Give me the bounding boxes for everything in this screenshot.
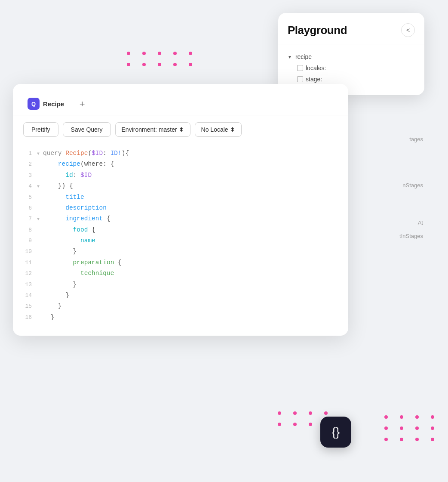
environment-select[interactable]: Environment: master ⬍ <box>115 122 190 137</box>
code-line-7: 7 ▼ ingredient { <box>13 213 348 224</box>
playground-header: Playground < <box>278 23 424 44</box>
prettify-button[interactable]: Prettify <box>23 122 58 137</box>
right-label-4: tInStages <box>399 230 423 242</box>
tree-child-stage: stage: <box>288 74 415 85</box>
code-line-13: 13 } <box>13 279 348 290</box>
tab-icon: Q <box>28 98 40 110</box>
save-query-button[interactable]: Save Query <box>63 122 111 137</box>
code-line-12: 12 technique <box>13 268 348 279</box>
code-line-14: 14 } <box>13 290 348 301</box>
code-editor[interactable]: 1 ▼ query Recipe($ID: ID!){ 2 recipe(whe… <box>13 144 348 336</box>
code-line-8: 8 food { <box>13 225 348 235</box>
code-line-16: 16 } <box>13 312 348 323</box>
dot-grid-bottomright <box>384 415 439 441</box>
tree-arrow-icon: ▼ <box>288 55 292 59</box>
code-line-3: 3 id: $ID <box>13 170 348 181</box>
locale-label: No Locale ⬍ <box>201 126 235 133</box>
code-line-9: 9 name <box>13 235 348 246</box>
editor-toolbar: Prettify Save Query Environment: master … <box>13 115 348 144</box>
graphql-icon-button[interactable]: {} <box>320 417 351 448</box>
locales-checkbox[interactable] <box>297 65 303 71</box>
code-line-2: 2 recipe(where: { <box>13 159 348 170</box>
editor-tabs: Q Recipe + <box>13 84 348 115</box>
playground-tree: ▼ recipe locales: stage: <box>278 44 424 85</box>
code-line-4: 4 ▼ }) { <box>13 181 348 192</box>
tree-root-label: recipe <box>295 53 312 60</box>
code-line-1: 1 ▼ query Recipe($ID: ID!){ <box>13 148 348 159</box>
tree-root: ▼ recipe <box>288 51 415 62</box>
stage-checkbox[interactable] <box>297 76 303 82</box>
playground-close-button[interactable]: < <box>401 23 415 37</box>
right-label-1: tages <box>399 133 423 145</box>
playground-title: Playground <box>288 24 347 37</box>
add-tab-button[interactable]: + <box>75 97 89 111</box>
tab-recipe[interactable]: Q Recipe <box>23 93 71 115</box>
right-label-2: nStages <box>399 179 423 191</box>
environment-label: Environment: master ⬍ <box>122 126 184 133</box>
code-line-10: 10 } <box>13 246 348 257</box>
code-line-15: 15 } <box>13 301 348 312</box>
tree-locales-label: locales: <box>306 65 326 71</box>
code-line-6: 6 description <box>13 203 348 213</box>
tab-label: Recipe <box>43 100 64 108</box>
graphql-icon: {} <box>332 425 340 439</box>
dot-grid-topleft <box>127 52 196 66</box>
editor-panel: Q Recipe + Prettify Save Query Environme… <box>13 84 348 336</box>
code-line-5: 5 title <box>13 192 348 203</box>
right-sidebar-labels: tages nStages At tInStages <box>399 133 423 242</box>
locale-select[interactable]: No Locale ⬍ <box>195 122 242 137</box>
playground-panel: Playground < ▼ recipe locales: stage: <box>278 13 424 95</box>
tree-stage-label: stage: <box>306 76 322 83</box>
tree-child-locales: locales: <box>288 62 415 74</box>
right-label-3: At <box>399 217 423 229</box>
code-line-11: 11 preparation { <box>13 257 348 268</box>
